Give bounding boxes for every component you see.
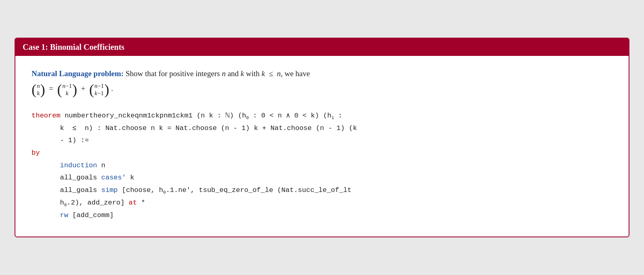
code-line-allgoals2-cont: h0.2), add_zero] at *	[32, 197, 612, 209]
code-line-by: by	[32, 147, 612, 160]
card-body: Natural Language problem: Show that for …	[15, 56, 629, 236]
code-line-rw: rw [add_comm]	[32, 209, 612, 222]
code-line-allgoals1: all_goals cases' k	[32, 172, 612, 184]
problem-statement: Natural Language problem: Show that for …	[32, 67, 612, 96]
binom-nk: ( n k )	[32, 82, 45, 97]
code-line-sig3: - 1) :=	[32, 134, 612, 147]
problem-equation: ( n k ) = ( n−1 k ) +	[32, 82, 612, 97]
binom-n1k1: ( n−1 k−1 )	[89, 82, 109, 97]
keyword-cases: cases'	[101, 174, 126, 181]
keyword-by: by	[32, 149, 40, 157]
theorem-name: numbertheory_nckeqnm1ckpnm1ckm1 (n k : ℕ…	[65, 112, 343, 119]
binom-n1k: ( n−1 k )	[57, 82, 77, 97]
code-line-theorem: theorem numbertheory_nckeqnm1ckpnm1ckm1 …	[32, 110, 612, 122]
code-line-induction: induction n	[32, 160, 612, 172]
problem-text: Show that for positive integers n and k …	[125, 69, 310, 78]
code-line-sig2: k ≤ n) : Nat.choose n k = Nat.choose (n …	[32, 122, 612, 135]
keyword-at: at	[129, 199, 137, 207]
card-title: Case 1: Binomial Coefficients	[23, 43, 125, 51]
keyword-rw: rw	[60, 211, 68, 219]
card-header: Case 1: Binomial Coefficients	[15, 38, 629, 56]
keyword-theorem: theorem	[32, 112, 60, 119]
case-card: Case 1: Binomial Coefficients Natural La…	[15, 38, 629, 237]
keyword-induction: induction	[60, 162, 97, 169]
nl-label: Natural Language problem:	[32, 69, 124, 78]
code-block: theorem numbertheory_nckeqnm1ckpnm1ckm1 …	[32, 110, 612, 222]
keyword-simp: simp	[101, 186, 118, 194]
code-line-allgoals2: all_goals simp [choose, h0.1.ne', tsub_e…	[32, 184, 612, 197]
